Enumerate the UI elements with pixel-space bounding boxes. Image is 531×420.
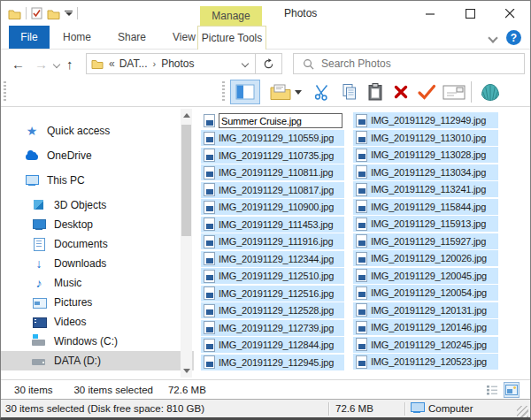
sidebar-item-3d-objects[interactable]: 3D Objects bbox=[1, 195, 194, 215]
view-buttons bbox=[484, 382, 519, 398]
sidebar-item-desktop[interactable]: Desktop bbox=[1, 215, 194, 234]
tab-home[interactable]: Home bbox=[50, 26, 104, 49]
file-item[interactable]: IMG_20191129_112528.jpg bbox=[201, 302, 344, 318]
file-item[interactable]: IMG_20191129_110735.jpg bbox=[201, 148, 344, 164]
delete-button[interactable] bbox=[389, 80, 412, 104]
sidebar-item-downloads[interactable]: Downloads bbox=[1, 254, 194, 273]
search-box[interactable]: Search Photos bbox=[293, 53, 525, 74]
resize-grip[interactable] bbox=[517, 406, 528, 417]
thumbnail-view-button[interactable] bbox=[504, 382, 519, 398]
new-folder-button[interactable] bbox=[266, 80, 305, 104]
file-item[interactable]: IMG_20191129_112516.jpg bbox=[201, 286, 344, 302]
image-file-icon bbox=[356, 252, 367, 265]
sidebar-item-this-pc[interactable]: This PC bbox=[1, 171, 194, 190]
file-item[interactable]: IMG_20191129_120054.jpg bbox=[353, 285, 498, 301]
sidebar-item-data-d[interactable]: DATA (D:) bbox=[1, 351, 194, 370]
check-button[interactable] bbox=[413, 80, 440, 104]
rename-input[interactable] bbox=[219, 113, 342, 128]
manage-tab-header[interactable]: Manage bbox=[200, 6, 262, 26]
toolbar-drag-handle[interactable] bbox=[222, 81, 225, 103]
folder-icon[interactable] bbox=[8, 8, 21, 19]
file-item[interactable]: IMG_20191129_120045.jpg bbox=[353, 268, 498, 284]
address-dropdown-icon[interactable] bbox=[242, 60, 249, 67]
sidebar-item-music[interactable]: Music bbox=[1, 273, 194, 293]
maximize-button[interactable] bbox=[450, 1, 490, 26]
image-file-icon bbox=[204, 321, 215, 334]
address-bar[interactable]: « DAT... › Photos bbox=[86, 53, 282, 74]
sidebar-item-onedrive[interactable]: OneDrive bbox=[1, 146, 194, 165]
tab-picture-tools[interactable]: Picture Tools bbox=[197, 26, 266, 50]
navigation-pane-toggle-button[interactable] bbox=[230, 80, 260, 104]
file-item[interactable]: IMG_20191129_113034.jpg bbox=[353, 164, 498, 180]
forward-button[interactable]: → bbox=[35, 57, 48, 71]
image-file-icon bbox=[356, 165, 367, 179]
close-button[interactable] bbox=[490, 1, 530, 26]
file-item[interactable]: IMG_20191129_113241.jpg bbox=[353, 181, 498, 197]
file-item[interactable]: IMG_20191129_112945.jpg bbox=[201, 355, 344, 370]
recent-locations-icon[interactable] bbox=[53, 61, 60, 68]
tab-share[interactable]: Share bbox=[104, 26, 159, 49]
sidebar-scrollbar[interactable] bbox=[181, 109, 192, 378]
refresh-button[interactable] bbox=[255, 54, 281, 73]
classic-shell-button[interactable] bbox=[476, 80, 504, 104]
file-item[interactable]: IMG_20191129_112344.jpg bbox=[201, 251, 344, 267]
file-item[interactable]: IMG_20191129_110811.jpg bbox=[201, 164, 344, 180]
file-item[interactable]: IMG_20191129_120523.jpg bbox=[353, 354, 498, 370]
breadcrumb-collapsed[interactable]: « bbox=[109, 57, 115, 70]
file-item[interactable]: IMG_20191129_112949.jpg bbox=[353, 112, 498, 128]
breadcrumb-current[interactable]: Photos bbox=[161, 57, 194, 70]
file-item[interactable]: IMG_20191129_115913.jpg bbox=[353, 216, 498, 232]
separator bbox=[77, 7, 78, 19]
scroll-up-icon[interactable] bbox=[183, 113, 190, 118]
folder-icon bbox=[91, 58, 104, 69]
file-item[interactable]: IMG_20191129_111916.jpg bbox=[201, 233, 344, 249]
toolbar-drag-handle[interactable] bbox=[4, 81, 6, 103]
file-item[interactable]: IMG_20191129_112510.jpg bbox=[201, 268, 344, 284]
image-file-icon bbox=[204, 114, 215, 127]
selection-size: 72.6 MB bbox=[168, 385, 206, 395]
file-item[interactable]: IMG_20191129_112739.jpg bbox=[201, 320, 344, 336]
cut-button[interactable] bbox=[310, 80, 335, 104]
properties-icon[interactable] bbox=[31, 7, 42, 19]
sidebar-item-documents[interactable]: Documents bbox=[1, 234, 194, 254]
new-folder-icon[interactable] bbox=[47, 8, 60, 19]
file-item[interactable]: IMG_20191129_112844.jpg bbox=[201, 337, 344, 353]
expand-ribbon-icon[interactable] bbox=[488, 33, 497, 42]
customize-qat-dropdown-icon[interactable] bbox=[65, 11, 73, 17]
new-folder-dropdown-icon[interactable] bbox=[295, 90, 302, 95]
copy-button[interactable] bbox=[337, 80, 362, 104]
tab-file[interactable]: File bbox=[9, 26, 50, 49]
file-item[interactable]: IMG_20191129_120245.jpg bbox=[353, 337, 498, 353]
sidebar-item-quick-access[interactable]: Quick access bbox=[1, 121, 194, 141]
file-name: IMG_20191129_110559.jpg bbox=[219, 133, 334, 143]
file-name: IMG_20191129_113034.jpg bbox=[371, 167, 486, 178]
file-item[interactable]: IMG_20191129_120146.jpg bbox=[353, 319, 498, 335]
up-button[interactable]: ↑ bbox=[66, 57, 73, 71]
sidebar-item-pictures[interactable]: Pictures bbox=[1, 293, 194, 312]
breadcrumb-parent[interactable]: DAT... bbox=[119, 57, 148, 70]
details-view-button[interactable] bbox=[484, 382, 500, 398]
file-item[interactable]: IMG_20191129_115927.jpg bbox=[353, 233, 498, 249]
minimize-button[interactable] bbox=[411, 1, 450, 26]
file-item[interactable]: IMG_20191129_120026.jpg bbox=[353, 250, 498, 266]
file-item[interactable]: IMG_20191129_111453.jpg bbox=[201, 217, 344, 233]
file-item[interactable]: IMG_20191129_113010.jpg bbox=[353, 130, 498, 146]
sidebar-item-videos[interactable]: Videos bbox=[1, 312, 194, 332]
email-button[interactable] bbox=[439, 80, 469, 104]
paste-button[interactable] bbox=[364, 80, 387, 104]
file-item[interactable]: IMG_20191129_110900.jpg bbox=[201, 199, 344, 215]
scrollbar-thumb[interactable] bbox=[181, 125, 191, 236]
sidebar-list: Quick accessOneDriveThis PC3D ObjectsDes… bbox=[1, 121, 194, 370]
file-item-renaming[interactable] bbox=[201, 112, 344, 129]
file-column-2: IMG_20191129_112949.jpgIMG_20191129_1130… bbox=[353, 112, 498, 379]
help-button[interactable]: ? bbox=[506, 30, 521, 45]
scroll-down-icon[interactable] bbox=[183, 369, 190, 373]
file-item[interactable]: IMG_20191129_110817.jpg bbox=[201, 182, 344, 198]
file-item[interactable]: IMG_20191129_115844.jpg bbox=[353, 199, 498, 215]
sidebar-item-windows-c[interactable]: Windows (C:) bbox=[1, 332, 194, 351]
file-item[interactable]: IMG_20191129_120131.jpg bbox=[353, 302, 498, 318]
file-item[interactable]: IMG_20191129_110559.jpg bbox=[201, 130, 344, 146]
file-item[interactable]: IMG_20191129_113028.jpg bbox=[353, 147, 498, 163]
back-button[interactable]: ← bbox=[12, 57, 25, 71]
sidebar-item-label: Desktop bbox=[54, 218, 93, 231]
